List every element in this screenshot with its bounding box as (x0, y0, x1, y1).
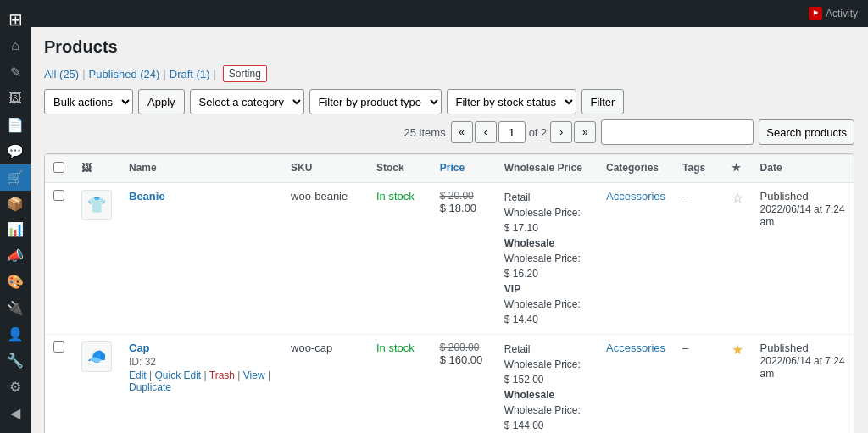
tab-draft[interactable]: Draft (1) (170, 68, 210, 80)
wholesale-vip-label: VIP (504, 283, 520, 295)
select-all-checkbox[interactable] (53, 162, 64, 173)
product-thumbnail: 🧢 (81, 341, 112, 372)
activity-button[interactable]: ⚑ Activity (809, 7, 858, 20)
th-name[interactable]: Name (120, 155, 282, 183)
page-input[interactable] (498, 121, 526, 143)
sidebar-icon-home[interactable]: ⌂ (0, 33, 31, 59)
row-wholesale-cell: Retail Wholesale Price: $ 152.00 Wholesa… (496, 335, 598, 434)
category-select[interactable]: Select a category (190, 89, 304, 114)
th-wholesale: Wholesale Price (496, 155, 598, 183)
sidebar-icon-tools[interactable]: 🔧 (0, 347, 31, 374)
date-value: 2022/06/14 at 7:24 am (760, 203, 845, 228)
row-image-cell: 👕 (73, 183, 120, 335)
th-categories: Categories (598, 155, 674, 183)
search-input[interactable] (601, 119, 754, 145)
product-name-link[interactable]: Beanie (129, 190, 165, 203)
row-checkbox[interactable] (53, 190, 64, 201)
sidebar-icon-media[interactable]: 🖼 (0, 86, 31, 112)
date-value: 2022/06/14 at 7:24 am (760, 355, 845, 380)
edit-link[interactable]: Edit (129, 369, 147, 381)
image-icon: 🖼 (81, 162, 92, 174)
products-table-wrap: 🖼 Name SKU Stock Price Wholesale Price C… (44, 153, 854, 433)
products-table: 🖼 Name SKU Stock Price Wholesale Price C… (45, 154, 854, 433)
stock-status: In stock (376, 341, 415, 354)
row-tags-cell: – (674, 183, 723, 335)
wholesale-retail-label: Retail (504, 343, 531, 355)
filter-button[interactable]: Filter (581, 89, 625, 114)
stock-status: In stock (376, 190, 415, 203)
th-tags: Tags (674, 155, 723, 183)
row-name-cell: Cap ID: 32 Edit | Quick Edit | Trash | V… (120, 335, 282, 434)
price-old: $ 20.00 (440, 190, 487, 202)
pagination: « ‹ of 2 › » (451, 121, 597, 143)
sidebar-icon-comments[interactable]: 💬 (0, 138, 31, 164)
th-sku[interactable]: SKU (282, 155, 368, 183)
page-of: of 2 (529, 126, 548, 139)
filter-tabs: All (25) | Published (24) | Draft (1) | … (44, 65, 854, 82)
duplicate-link[interactable]: Duplicate (129, 381, 171, 393)
bulk-actions-select[interactable]: Bulk actions (44, 89, 133, 114)
tab-published[interactable]: Published (24) (89, 68, 160, 80)
sidebar-icon-woocommerce[interactable]: 🛒 (0, 164, 31, 191)
product-actions: Edit | Quick Edit | Trash | View | Dupli… (129, 369, 274, 393)
sidebar-icon-collapse[interactable]: ◀ (0, 400, 31, 426)
table-header-row: 🖼 Name SKU Stock Price Wholesale Price C… (45, 155, 854, 183)
page-first-btn[interactable]: « (451, 121, 473, 143)
sidebar-icon-appearance[interactable]: 🎨 (0, 269, 31, 295)
sidebar-icon-settings[interactable]: ⚙ (0, 374, 31, 400)
row-checkbox-cell (45, 183, 73, 335)
page-next-btn[interactable]: › (550, 121, 572, 143)
row-star-cell: ☆ (723, 183, 752, 335)
product-thumbnail: 👕 (81, 190, 112, 220)
row-price-cell: $ 20.00 $ 18.00 (431, 183, 496, 335)
row-sku-cell: woo-beanie (282, 183, 368, 335)
product-type-select[interactable]: Filter by product type (309, 89, 442, 114)
star-toggle[interactable]: ★ (732, 342, 743, 357)
row-price-cell: $ 200.00 $ 160.00 (431, 335, 496, 434)
admin-sidebar: ⊞ ⌂ ✎ 🖼 📄 💬 🛒 📦 📊 📣 🎨 🔌 👤 🔧 ⚙ ◀ (0, 0, 31, 433)
search-button[interactable]: Search products (759, 119, 854, 145)
sidebar-icon-plugins[interactable]: 🔌 (0, 295, 31, 321)
top-bar: ⚑ Activity (31, 0, 868, 27)
product-id: ID: 32 (129, 356, 274, 368)
page-last-btn[interactable]: » (574, 121, 596, 143)
view-link[interactable]: View (243, 369, 265, 381)
row-date-cell: Published 2022/06/14 at 7:24 am (752, 183, 854, 335)
product-name-link[interactable]: Cap (129, 341, 150, 354)
items-count: 25 items (404, 126, 446, 139)
row-image-cell: 🧢 (73, 335, 120, 434)
tab-sorting[interactable]: Sorting (223, 65, 267, 82)
sidebar-icon-wp[interactable]: ⊞ (0, 7, 31, 33)
page-prev-btn[interactable]: ‹ (475, 121, 497, 143)
row-checkbox[interactable] (53, 341, 64, 353)
sidebar-icon-posts[interactable]: ✎ (0, 59, 31, 86)
sidebar-icon-pages[interactable]: 📄 (0, 112, 31, 138)
category-link[interactable]: Accessories (606, 190, 665, 203)
quick-edit-link[interactable]: Quick Edit (154, 369, 201, 381)
apply-button[interactable]: Apply (138, 89, 185, 114)
row-wholesale-cell: Retail Wholesale Price: $ 17.10 Wholesal… (496, 183, 598, 335)
th-image: 🖼 (73, 155, 120, 183)
price-new: $ 160.00 (440, 353, 487, 366)
page-title: Products (44, 37, 854, 57)
row-checkbox-cell (45, 335, 73, 434)
tab-all[interactable]: All (25) (44, 68, 79, 80)
sidebar-icon-analytics[interactable]: 📊 (0, 217, 31, 243)
trash-link[interactable]: Trash (209, 369, 235, 381)
row-name-cell: Beanie (120, 183, 282, 335)
sidebar-icon-marketing[interactable]: 📣 (0, 242, 31, 269)
th-stock[interactable]: Stock (368, 155, 431, 183)
row-categories-cell: Accessories (598, 335, 674, 434)
th-checkbox (45, 155, 73, 183)
table-row: 🧢 Cap ID: 32 Edit | Quick Edit | Trash |… (45, 335, 854, 434)
sidebar-icon-products[interactable]: 📦 (0, 191, 31, 217)
toolbar: Bulk actions Apply Select a category Fil… (44, 89, 854, 145)
category-link[interactable]: Accessories (606, 341, 665, 354)
star-toggle[interactable]: ☆ (732, 191, 743, 205)
row-stock-cell: In stock (368, 335, 431, 434)
th-date: Date (752, 155, 854, 183)
th-price[interactable]: Price (431, 155, 496, 183)
wholesale-wholesale-label: Wholesale (504, 237, 554, 249)
stock-status-select[interactable]: Filter by stock status (447, 89, 576, 114)
sidebar-icon-users[interactable]: 👤 (0, 321, 31, 347)
